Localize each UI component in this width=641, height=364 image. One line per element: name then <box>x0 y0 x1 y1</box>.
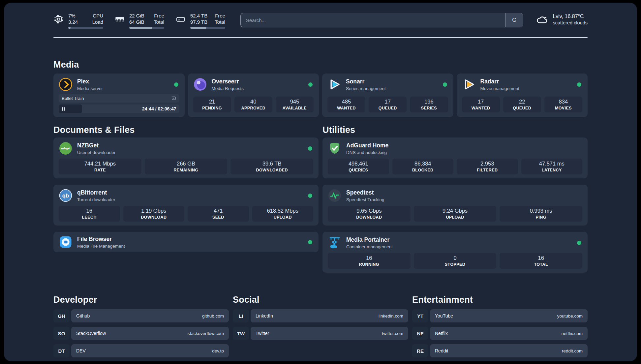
card-filebrowser[interactable]: File Browser Media File Management <box>53 232 319 252</box>
stat-movies: 834 MOVIES <box>544 97 582 112</box>
speedtest-icon <box>328 189 342 202</box>
disk-progress-bar <box>190 27 225 29</box>
stat-leech: 16 LEECH <box>59 206 120 222</box>
stat-running: 16 RUNNING <box>328 253 411 269</box>
bookmark-abbr: LI <box>233 309 249 322</box>
bookmark-abbr: SO <box>53 327 70 340</box>
bookmark-github[interactable]: GH Github github.com <box>53 309 229 322</box>
qbittorrent-subtitle: Torrent downloader <box>77 197 303 202</box>
status-dot <box>577 241 581 245</box>
bookmark-linkedin[interactable]: LI LinkedIn linkedin.com <box>233 309 408 322</box>
playback-time: 24:44 / 02:06:47 <box>142 106 176 111</box>
card-speedtest[interactable]: Speedtest Speedtest Tracking 9.65 Gbps D… <box>322 185 588 226</box>
now-playing-title: Bullet Train <box>62 96 84 101</box>
disk-label-1: Free <box>215 13 225 19</box>
card-radarr[interactable]: Radarr Movie management 17 WANTED 22 QUE… <box>457 74 588 117</box>
bookmark-abbr: GH <box>53 309 70 322</box>
cpu-label-2: Load <box>92 19 103 25</box>
stat-stopped: 0 STOPPED <box>414 253 497 269</box>
search-input[interactable] <box>241 13 505 27</box>
bookmark-url: netflix.com <box>561 331 583 336</box>
stat-queued: 17 QUEUED <box>369 97 407 112</box>
bookmark-name: Twitter <box>256 331 269 336</box>
sonarr-icon <box>327 77 341 91</box>
stat-total: 16 TOTAL <box>500 253 582 269</box>
card-portainer[interactable]: Media Portainer Container management 16 … <box>322 232 588 273</box>
bookmark-reddit[interactable]: RE Reddit reddit.com <box>412 344 588 357</box>
ram-free: 22 GiB <box>129 13 144 19</box>
bookmarks-entertainment: Entertainment YT YouTube youtube.com NF … <box>412 294 588 361</box>
status-dot <box>308 240 312 244</box>
cpu-label-1: CPU <box>92 13 103 19</box>
stat-remaining: 266 GB REMAINING <box>145 159 228 174</box>
documents-column: Documents & Files nzbget NZBGet Usenet d <box>53 124 319 252</box>
radarr-subtitle: Movie management <box>480 86 573 91</box>
bookmark-twitter[interactable]: TW Twitter twitter.com <box>233 327 408 340</box>
ram-metric: 22 GiB 64 GiB Free Total <box>114 13 164 29</box>
card-qbittorrent[interactable]: qb qBittorrent Torrent downloader 16 LEE… <box>53 185 319 226</box>
section-title-utilities: Utilities <box>322 124 588 136</box>
header-divider <box>53 37 588 38</box>
bookmark-name: YouTube <box>435 313 453 318</box>
pause-icon <box>62 107 63 111</box>
stat-ping: 0.993 ms PING <box>500 206 582 222</box>
bookmark-netflix[interactable]: NF Netflix netflix.com <box>412 327 588 340</box>
bookmark-stackoverflow[interactable]: SO StackOverflow stackoverflow.com <box>53 327 229 340</box>
bookmark-name: Netflix <box>435 331 448 336</box>
bookmark-url: reddit.com <box>562 349 583 353</box>
section-title-developer: Developer <box>53 294 229 305</box>
bookmark-url: github.com <box>202 314 224 318</box>
plex-title: Plex <box>77 78 169 85</box>
stat-pending: 21 PENDING <box>193 97 231 112</box>
cpu-icon <box>53 13 64 23</box>
stat-wanted: 17 WANTED <box>462 97 500 112</box>
dashboard: 7% 3.24 CPU Load <box>4 3 637 361</box>
bookmarks-developer: Developer GH Github github.com SO StackO… <box>53 294 229 361</box>
card-overseerr[interactable]: Overseerr Media Requests 21 PENDING 40 A… <box>188 74 319 117</box>
card-nzbget[interactable]: nzbget NZBGet Usenet downloader 744.21 M… <box>53 137 319 178</box>
disk-metric: 52.4 TB 97.9 TB Free Total <box>175 13 225 29</box>
ram-progress-bar <box>129 27 164 29</box>
media-grid: Plex Media server Bullet Train <box>53 74 588 117</box>
stat-wanted: 485 WANTED <box>327 97 365 112</box>
disk-free: 52.4 TB <box>190 13 207 19</box>
card-sonarr[interactable]: Sonarr Series management 485 WANTED 17 Q… <box>322 74 453 117</box>
stat-seed: 471 SEED <box>188 206 249 222</box>
speedtest-title: Speedtest <box>346 189 582 196</box>
bookmark-url: dev.to <box>212 349 224 353</box>
portainer-icon <box>328 236 342 250</box>
status-dot <box>308 82 313 87</box>
stat-approved: 40 APPROVED <box>234 97 272 112</box>
card-adguard[interactable]: AdGuard Home DNS and adblocking 498,461 … <box>322 137 588 178</box>
nzbget-title: NZBGet <box>77 142 303 149</box>
cpu-usage: 7% <box>68 13 78 19</box>
ram-label-2: Total <box>154 19 164 25</box>
disk-label-2: Total <box>215 19 225 25</box>
search-engine-button[interactable]: G <box>505 13 523 27</box>
stat-upload: 618.52 Mbps UPLOAD <box>252 206 314 222</box>
stat-queued: 22 QUEUED <box>503 97 541 112</box>
cloud-icon <box>536 13 548 26</box>
adguard-subtitle: DNS and adblocking <box>346 150 582 155</box>
sonarr-subtitle: Series management <box>346 86 438 91</box>
overseerr-icon <box>193 77 207 91</box>
playback-progress-bar[interactable]: 24:44 / 02:06:47 <box>59 105 179 113</box>
plex-icon <box>59 77 73 91</box>
stat-series: 196 SERIES <box>410 97 448 112</box>
plex-subtitle: Media server <box>77 86 169 91</box>
radarr-icon <box>462 77 476 91</box>
bookmark-youtube[interactable]: YT YouTube youtube.com <box>412 309 588 322</box>
stat-downloaded: 39.6 TB DOWNLOADED <box>230 159 313 174</box>
bookmark-abbr: RE <box>412 344 428 357</box>
weather-widget: Lviv, 16.87°C scattered clouds <box>536 13 588 26</box>
bookmark-url: linkedin.com <box>379 314 403 318</box>
bookmark-abbr: NF <box>412 327 428 340</box>
weather-condition: scattered clouds <box>553 20 588 25</box>
cast-icon[interactable] <box>171 96 176 101</box>
bookmark-dev[interactable]: DT DEV dev.to <box>53 344 229 357</box>
card-plex[interactable]: Plex Media server Bullet Train <box>53 74 185 117</box>
bookmark-name: StackOverflow <box>76 331 106 336</box>
overseerr-subtitle: Media Requests <box>212 86 304 91</box>
bookmarks-social: Social LI LinkedIn linkedin.com TW Twitt… <box>233 294 408 344</box>
stat-rate: 744.21 Mbps RATE <box>59 159 141 174</box>
